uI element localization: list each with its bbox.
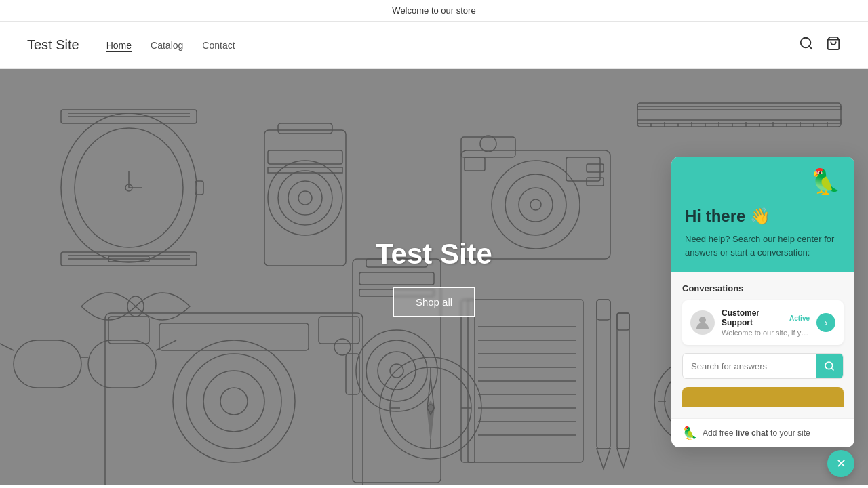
conversation-name: Customer Support [722,308,789,327]
announcement-bar: Welcome to our store [0,0,868,22]
chat-footer: 🦜 Add free live chat to your site [671,418,854,447]
nav-home[interactable]: Home [106,40,132,51]
bottom-card-preview [682,387,844,407]
header-actions [799,36,841,54]
announcement-text: Welcome to our store [392,5,475,16]
svg-point-113 [699,317,706,323]
shop-all-button[interactable]: Shop all [393,287,475,317]
conversations-label: Conversations [682,283,844,293]
chat-widget: 🦜 Hi there 👋 Need help? Search our help … [671,157,854,447]
chat-greeting: Hi there 👋 [685,207,841,226]
hero-title: Test Site [376,238,492,270]
conversation-preview: Welcome to our site, if you ne... [722,329,810,337]
main-nav: Home Catalog Contact [106,40,799,51]
close-icon: ✕ [836,456,846,471]
customer-support-avatar [690,310,715,335]
svg-line-1 [809,46,812,49]
nav-catalog[interactable]: Catalog [151,40,183,51]
nav-contact[interactable]: Contact [202,40,235,51]
conversation-header-row: Customer Support Active [722,308,810,327]
parrot-icon: 🦜 [810,167,841,196]
chat-header: 🦜 Hi there 👋 Need help? Search our help … [671,157,854,272]
header: Test Site Home Catalog Contact [0,22,868,69]
chat-footer-text: Add free live chat to your site [703,428,810,438]
search-box [682,353,844,379]
conversation-arrow[interactable]: › [816,313,835,332]
chat-close-button[interactable]: ✕ [827,450,854,477]
conversation-item[interactable]: Customer Support Active Welcome to our s… [682,300,844,345]
search-icon[interactable] [799,36,814,54]
conversation-info: Customer Support Active Welcome to our s… [722,308,810,337]
chat-body: Conversations Customer Support Active We… [671,272,854,418]
chat-subtitle: Need help? Search our help center for an… [685,232,841,259]
active-badge: Active [789,314,810,322]
site-logo[interactable]: Test Site [27,37,79,53]
cart-icon[interactable] [826,36,841,54]
chat-footer-logo: 🦜 [682,426,697,441]
search-input[interactable] [683,354,816,378]
search-button[interactable] [816,354,843,378]
hero-content: Test Site Shop all [376,238,492,317]
svg-line-115 [831,368,833,370]
